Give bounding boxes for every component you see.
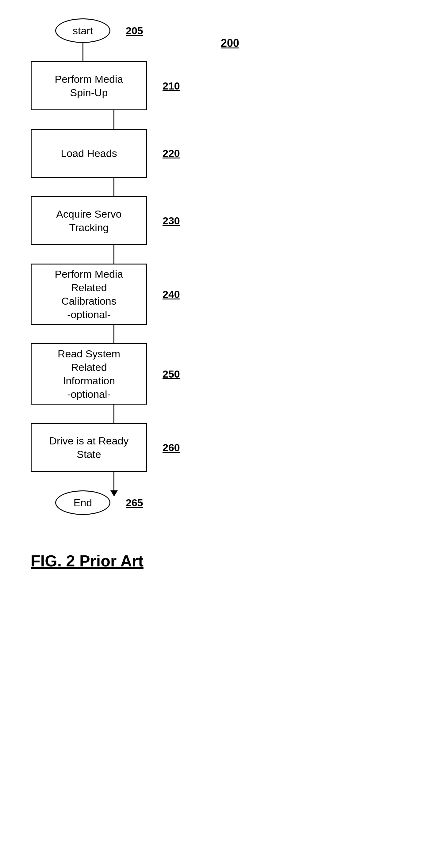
node-250-text: Read System Related Information -optiona… [58, 347, 120, 401]
rect-220: Load Heads [31, 129, 147, 178]
rect-240: Perform Media Related Calibrations -opti… [31, 264, 147, 325]
ref-210: 210 [162, 80, 180, 92]
fig-caption: FIG. 2 Prior Art [31, 552, 144, 570]
connector-6 [114, 405, 114, 423]
ref-220: 220 [162, 148, 180, 159]
diagram-container: 200 start 205 Perform Media Spin-Up 210 [0, 0, 425, 595]
rect-260: Drive is at Ready State [31, 423, 147, 472]
end-node: End [55, 490, 111, 515]
overall-ref: 200 [221, 37, 239, 50]
end-ref: 265 [126, 497, 143, 509]
connector-7 [114, 472, 114, 490]
node-row-220: Load Heads 220 [31, 129, 180, 178]
rect-250: Read System Related Information -optiona… [31, 343, 147, 405]
node-240-text: Perform Media Related Calibrations -opti… [55, 267, 123, 321]
start-label: start [73, 25, 93, 37]
node-230-text: Acquire Servo Tracking [56, 207, 122, 234]
node-260-text: Drive is at Ready State [49, 434, 129, 461]
ref-260: 260 [162, 442, 180, 454]
rect-210: Perform Media Spin-Up [31, 61, 147, 110]
node-row-210: Perform Media Spin-Up 210 [31, 61, 180, 110]
diagram-inner: start 205 Perform Media Spin-Up 210 Load… [31, 19, 180, 515]
node-row-240: Perform Media Related Calibrations -opti… [31, 264, 180, 325]
end-node-row: End 265 [31, 490, 143, 515]
node-210-text: Perform Media Spin-Up [55, 72, 123, 99]
rect-230: Acquire Servo Tracking [31, 196, 147, 245]
start-ref: 205 [126, 25, 143, 37]
ref-240: 240 [162, 288, 180, 300]
connector-2 [114, 110, 114, 129]
ref-250: 250 [162, 368, 180, 380]
ref-230: 230 [162, 215, 180, 227]
connector-1 [83, 43, 83, 61]
end-label: End [73, 497, 92, 509]
start-node-row: start 205 [31, 19, 143, 43]
node-220-text: Load Heads [61, 147, 117, 160]
node-row-260: Drive is at Ready State 260 [31, 423, 180, 472]
start-node: start [55, 19, 111, 43]
connector-4 [114, 245, 114, 264]
node-row-230: Acquire Servo Tracking 230 [31, 196, 180, 245]
connector-3 [114, 178, 114, 196]
connector-5 [114, 325, 114, 343]
node-row-250: Read System Related Information -optiona… [31, 343, 180, 405]
